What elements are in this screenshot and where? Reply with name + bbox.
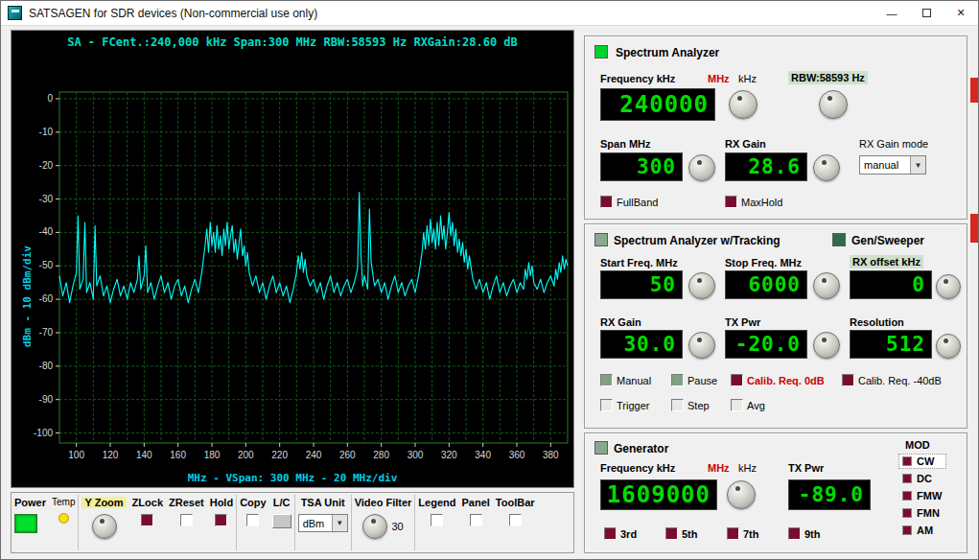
hold-checkbox[interactable] — [215, 514, 227, 526]
stop-freq-knob[interactable] — [813, 272, 840, 299]
tsa-unit-label: TSA Unit — [301, 497, 345, 508]
gen-frequency-display[interactable]: 1609000 — [600, 479, 717, 510]
copy-checkbox[interactable] — [246, 514, 259, 526]
mod-radio-am[interactable] — [902, 525, 912, 535]
step-checkbox-row[interactable]: Step — [671, 399, 710, 411]
mod-option-dc[interactable]: DC — [899, 472, 945, 485]
lc-button[interactable] — [272, 514, 291, 528]
start-freq-knob[interactable] — [688, 272, 715, 299]
video-filter-knob[interactable] — [362, 514, 387, 539]
fullband-checkbox-row[interactable]: FullBand — [600, 196, 658, 208]
mod-radio-dc[interactable] — [902, 474, 912, 483]
zlock-checkbox[interactable] — [141, 514, 153, 526]
avg-checkbox[interactable] — [731, 399, 743, 411]
harmonic-5th-checkbox[interactable] — [665, 527, 678, 540]
calib-0db-checkbox-row[interactable]: Calib. Req. 0dB — [731, 374, 825, 386]
maxhold-checkbox-row[interactable]: MaxHold — [725, 196, 782, 208]
mod-option-cw[interactable]: CW — [899, 455, 945, 468]
temp-label: Temp — [52, 497, 75, 507]
tracking-rx-gain-display[interactable]: 30.0 — [600, 330, 683, 359]
avg-checkbox-row[interactable]: Avg — [731, 399, 765, 411]
start-freq-label: Start Freq. MHz — [600, 257, 678, 268]
chevron-down-icon[interactable]: ▼ — [332, 515, 347, 531]
gen-frequency-label: Frequency kHz — [600, 462, 675, 474]
gen-tx-pwr-display[interactable]: -89.0 — [788, 479, 871, 510]
harmonic-3rd-checkbox[interactable] — [604, 527, 617, 540]
frequency-display[interactable]: 240000 — [600, 88, 715, 121]
fullband-label: FullBand — [617, 197, 658, 208]
gen-frequency-knob[interactable] — [727, 480, 756, 509]
frequency-knob[interactable] — [729, 90, 758, 119]
rx-gain-display[interactable]: 28.6 — [725, 152, 807, 181]
fullband-checkbox[interactable] — [600, 196, 613, 208]
maxhold-checkbox[interactable] — [725, 196, 737, 208]
span-display[interactable]: 300 — [600, 152, 683, 181]
spectrum-plot[interactable]: 1001201401601802002202402602803003203403… — [12, 31, 575, 489]
generator-led[interactable] — [594, 441, 608, 455]
rx-offset-display[interactable]: 0 — [850, 270, 932, 299]
mod-radio-cw[interactable] — [902, 456, 912, 466]
rbw-knob[interactable] — [819, 90, 848, 119]
spectrum-analyzer-led[interactable] — [594, 45, 608, 58]
temp-led — [58, 513, 69, 524]
zreset-checkbox[interactable] — [180, 514, 193, 526]
stop-freq-display[interactable]: 6000 — [725, 270, 807, 299]
minimize-button[interactable]: — — [874, 1, 909, 26]
trigger-checkbox-row[interactable]: Trigger — [600, 399, 649, 411]
gen-unit-mhz-toggle[interactable]: MHz — [708, 462, 730, 474]
tracking-rx-gain-knob[interactable] — [688, 332, 715, 359]
svg-text:380: 380 — [543, 450, 559, 460]
close-button[interactable]: ✕ — [944, 1, 978, 26]
maximize-button[interactable] — [909, 1, 944, 26]
manual-checkbox-row[interactable]: Manual — [600, 374, 651, 386]
resolution-display[interactable]: 512 — [850, 330, 932, 359]
trigger-checkbox[interactable] — [600, 399, 613, 411]
pause-checkbox-row[interactable]: Pause — [671, 374, 717, 386]
manual-checkbox[interactable] — [600, 374, 613, 386]
mod-option-am[interactable]: AM — [899, 524, 945, 537]
svg-text:-90: -90 — [39, 394, 54, 405]
mod-radio-fmn[interactable] — [902, 508, 912, 518]
harmonic-9th-checkbox[interactable] — [788, 527, 801, 540]
tracking-led[interactable] — [594, 233, 608, 246]
svg-text:200: 200 — [238, 450, 254, 460]
calib-40db-checkbox-row[interactable]: Calib. Req. -40dB — [842, 374, 942, 386]
rx-gain-knob[interactable] — [813, 154, 840, 181]
rx-gain-mode-select[interactable]: manual ▼ — [859, 155, 926, 175]
unit-mhz-toggle[interactable]: MHz — [708, 73, 730, 84]
gen-unit-khz-toggle[interactable]: kHz — [738, 462, 757, 474]
legend-checkbox[interactable] — [431, 514, 443, 526]
gen-sweeper-title: Gen/Sweeper — [851, 234, 924, 247]
tsa-unit-select[interactable]: dBm ▼ — [298, 514, 348, 532]
power-button[interactable] — [14, 514, 37, 533]
unit-khz-toggle[interactable]: kHz — [738, 73, 757, 84]
tracking-tx-pwr-knob[interactable] — [813, 332, 840, 359]
tracking-tx-pwr-display[interactable]: -20.0 — [725, 330, 807, 359]
harmonic-9th-row[interactable]: 9th — [788, 527, 821, 540]
chevron-down-icon[interactable]: ▼ — [910, 156, 925, 174]
resolution-knob[interactable] — [936, 334, 961, 359]
mod-option-fmw[interactable]: FMW — [899, 489, 945, 502]
y-axis-label: dBm - 10 dBm/div — [21, 245, 34, 347]
calib-40db-checkbox[interactable] — [842, 374, 854, 386]
harmonic-7th-row[interactable]: 7th — [727, 527, 759, 540]
start-freq-display[interactable]: 50 — [600, 270, 683, 299]
yzoom-knob[interactable] — [92, 514, 117, 539]
harmonic-5th-row[interactable]: 5th — [665, 527, 698, 540]
zlock-label: ZLock — [132, 497, 163, 508]
mod-radio-fmw[interactable] — [902, 491, 912, 501]
harmonic-7th-checkbox[interactable] — [727, 527, 739, 540]
toolbar-checkbox[interactable] — [509, 514, 522, 526]
mod-option-fmn[interactable]: FMN — [899, 506, 945, 520]
panel-checkbox[interactable] — [470, 514, 482, 526]
rx-offset-knob[interactable] — [936, 274, 961, 299]
calib-0db-checkbox[interactable] — [731, 374, 743, 386]
harmonic-3rd-row[interactable]: 3rd — [604, 527, 637, 540]
step-checkbox[interactable] — [671, 399, 684, 411]
window-title: SATSAGEN for SDR devices (Non-commercial… — [29, 7, 317, 20]
gen-sweeper-led[interactable] — [832, 233, 846, 246]
span-knob[interactable] — [688, 154, 715, 181]
temp-section: Temp — [49, 493, 78, 552]
pause-checkbox[interactable] — [671, 374, 684, 386]
copy-label: Copy — [240, 497, 267, 508]
